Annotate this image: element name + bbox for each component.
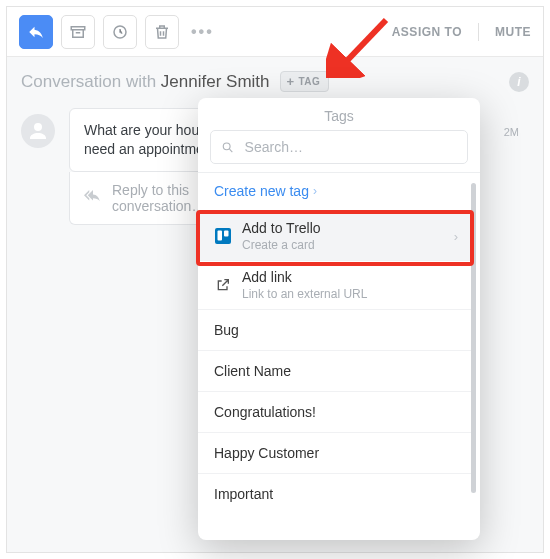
add-tag-button[interactable]: + TAG [280, 71, 330, 92]
clock-icon [111, 23, 129, 41]
toolbar: ••• ASSIGN TO MUTE [7, 7, 543, 57]
reply-all-icon [84, 189, 102, 206]
tag-item[interactable]: Happy Customer [198, 432, 472, 473]
popover-title: Tags [198, 98, 480, 130]
scrollbar[interactable] [471, 183, 476, 493]
trash-icon [153, 23, 171, 41]
tag-label: Bug [214, 322, 239, 338]
chevron-right-icon: › [313, 184, 317, 198]
add-tag-label: TAG [299, 76, 321, 87]
tag-item[interactable]: Important [198, 473, 472, 514]
tag-item-add-link[interactable]: Add link Link to an external URL [198, 260, 472, 309]
svg-point-2 [223, 142, 230, 149]
tag-label: Congratulations! [214, 404, 316, 420]
avatar [21, 114, 55, 148]
info-button[interactable]: i [509, 72, 529, 92]
assign-to-button[interactable]: ASSIGN TO [392, 25, 462, 39]
tag-item[interactable]: Congratulations! [198, 391, 472, 432]
conversation-prefix: Conversation with [21, 72, 161, 91]
create-new-tag[interactable]: Create new tag › [198, 173, 472, 211]
tag-label: Happy Customer [214, 445, 319, 461]
svg-rect-4 [215, 228, 231, 244]
conversation-title: Conversation with Jennifer Smith [21, 72, 270, 92]
trello-icon [214, 228, 232, 244]
delete-button[interactable] [145, 15, 179, 49]
create-new-tag-label: Create new tag [214, 183, 309, 199]
tag-label: Add link [242, 269, 292, 285]
snooze-button[interactable] [103, 15, 137, 49]
person-icon [26, 119, 50, 143]
reply-icon [27, 23, 45, 41]
tag-label: Client Name [214, 363, 291, 379]
tag-sub: Create a card [242, 238, 321, 252]
tag-item[interactable]: Bug [198, 309, 472, 350]
archive-icon [69, 23, 87, 41]
search-icon [221, 140, 235, 155]
message-time: 2M [504, 126, 519, 138]
tag-item[interactable]: Client Name [198, 350, 472, 391]
search-input[interactable] [243, 138, 457, 156]
chevron-right-icon: › [454, 229, 458, 244]
search-input-wrap[interactable] [210, 130, 468, 164]
more-button[interactable]: ••• [191, 23, 214, 41]
tag-label: Important [214, 486, 273, 502]
reply-button[interactable] [19, 15, 53, 49]
mute-button[interactable]: MUTE [495, 25, 531, 39]
tags-popover: Tags Create new tag › Add to Trello Crea… [198, 98, 480, 540]
external-link-icon [214, 277, 232, 293]
conversation-header: Conversation with Jennifer Smith + TAG i [7, 57, 543, 102]
tag-label: Add to Trello [242, 220, 321, 236]
plus-icon: + [287, 75, 295, 88]
tag-sub: Link to an external URL [242, 287, 367, 301]
svg-rect-5 [218, 231, 223, 241]
conversation-name: Jennifer Smith [161, 72, 270, 91]
svg-line-3 [230, 149, 233, 152]
svg-rect-6 [224, 231, 229, 237]
separator [478, 23, 479, 41]
archive-button[interactable] [61, 15, 95, 49]
tag-item-trello[interactable]: Add to Trello Create a card › [198, 211, 472, 260]
tags-scroll: Create new tag › Add to Trello Create a … [198, 173, 480, 540]
